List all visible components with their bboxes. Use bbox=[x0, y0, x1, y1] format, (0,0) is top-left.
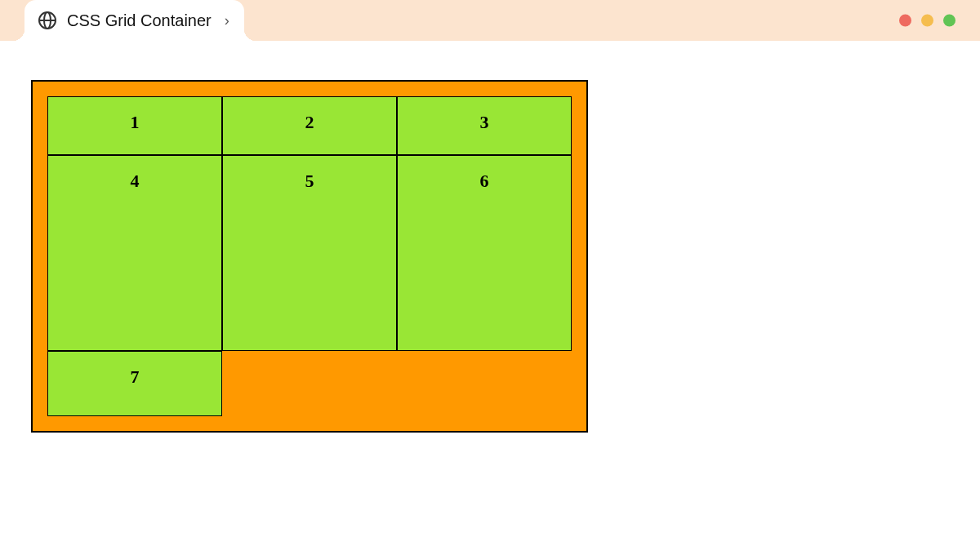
window-controls bbox=[899, 15, 956, 27]
window: CSS Grid Container › 1 2 3 4 5 6 7 bbox=[0, 0, 980, 546]
grid-cell-4: 4 bbox=[47, 155, 222, 351]
tab-title: CSS Grid Container bbox=[67, 11, 212, 30]
titlebar: CSS Grid Container › bbox=[0, 0, 980, 41]
chevron-right-icon: › bbox=[225, 12, 229, 29]
grid-cell-5: 5 bbox=[222, 155, 397, 351]
page-content: 1 2 3 4 5 6 7 bbox=[0, 41, 980, 433]
browser-tab[interactable]: CSS Grid Container › bbox=[24, 0, 244, 41]
minimize-icon[interactable] bbox=[921, 15, 933, 27]
grid-cell-1: 1 bbox=[47, 96, 222, 155]
globe-icon bbox=[38, 11, 57, 30]
grid-cell-2: 2 bbox=[222, 96, 397, 155]
grid-container: 1 2 3 4 5 6 7 bbox=[31, 80, 588, 433]
grid-cell-3: 3 bbox=[397, 96, 572, 155]
maximize-icon[interactable] bbox=[943, 15, 956, 27]
grid-cell-7: 7 bbox=[47, 351, 222, 416]
grid-cell-6: 6 bbox=[397, 155, 572, 351]
close-icon[interactable] bbox=[899, 15, 911, 27]
